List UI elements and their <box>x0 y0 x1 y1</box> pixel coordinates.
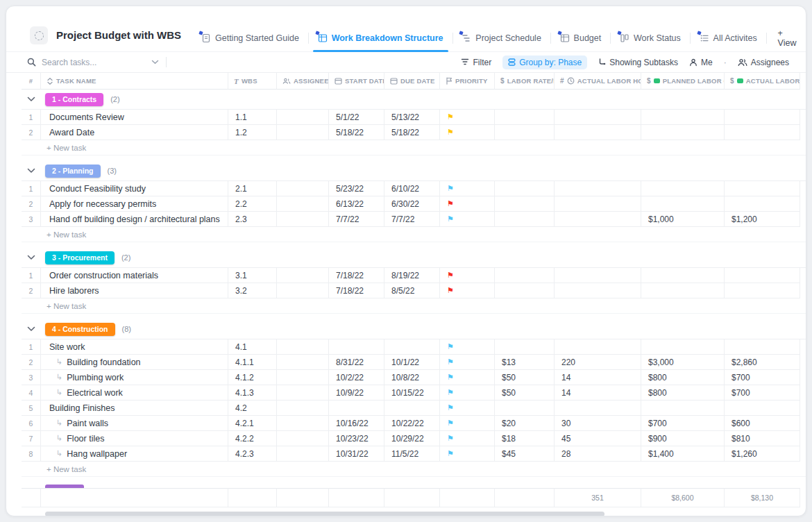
col-planned-labor-cost[interactable]: $PLANNED LABOR CO... <box>641 73 725 90</box>
subtasks-toggle[interactable]: Showing Subtasks <box>598 58 678 67</box>
cell-task-name[interactable]: ↳Paint walls <box>41 416 228 431</box>
cell-actual-labor-cost[interactable] <box>725 110 800 125</box>
cell-actual-labor-cost[interactable]: $1,200 <box>725 212 800 227</box>
table-row[interactable]: 5Building Finishes4.2⚑ <box>22 401 800 416</box>
cell-assignee[interactable] <box>277 212 329 227</box>
cell-actual-labor-hours[interactable]: 14 <box>555 385 641 401</box>
chevron-down-icon[interactable] <box>27 168 35 174</box>
cell-start-date[interactable]: 6/13/22 <box>329 196 384 212</box>
cell-assignee[interactable] <box>277 355 329 370</box>
cell-due-date[interactable]: 11/5/22 <box>384 446 440 462</box>
cell-due-date[interactable]: 8/5/22 <box>384 283 440 298</box>
cell-task-name[interactable]: ↳Plumbing work <box>41 370 228 385</box>
cell-wbs[interactable]: 4.2 <box>228 401 277 416</box>
table-row[interactable]: 2↳Building foundation4.1.18/31/2210/1/22… <box>22 355 800 370</box>
tab-budget[interactable]: Budget <box>551 24 611 51</box>
cell-task-name[interactable]: Building Finishes <box>41 401 228 416</box>
cell-priority[interactable]: ⚑ <box>440 212 495 227</box>
table-row[interactable]: 7↳Floor tiles4.2.210/23/2210/29/22⚑$1845… <box>22 431 800 446</box>
table-row[interactable]: 1Order construction materials3.17/18/228… <box>22 268 800 283</box>
cell-task-name[interactable]: ↳Floor tiles <box>41 431 228 446</box>
group-phase-badge[interactable]: 1 - Contracts <box>45 93 103 106</box>
cell-labor-rate[interactable] <box>495 196 555 212</box>
cell-actual-labor-cost[interactable] <box>725 283 800 298</box>
cell-labor-rate[interactable]: $13 <box>495 355 555 370</box>
cell-actual-labor-hours[interactable] <box>555 196 641 212</box>
new-task-button[interactable]: + New task <box>22 462 806 477</box>
cell-planned-labor-cost[interactable] <box>641 283 725 298</box>
cell-wbs[interactable]: 4.1 <box>228 339 277 355</box>
cell-planned-labor-cost[interactable] <box>641 339 725 355</box>
cell-actual-labor-hours[interactable] <box>555 212 641 227</box>
cell-actual-labor-hours[interactable]: 28 <box>555 446 641 462</box>
table-row[interactable]: 8↳Hang wallpaper4.2.310/31/2211/5/22⚑$45… <box>22 446 800 462</box>
cell-planned-labor-cost[interactable]: $1,000 <box>641 212 725 227</box>
cell-task-name[interactable]: ↳Electrical work <box>41 385 228 401</box>
cell-due-date[interactable]: 10/8/22 <box>384 370 440 385</box>
table-row[interactable]: 6↳Paint walls4.2.110/16/2210/22/22⚑$2030… <box>22 416 800 431</box>
cell-priority[interactable]: ⚑ <box>440 268 495 283</box>
cell-due-date[interactable]: 10/15/22 <box>384 385 440 401</box>
tab-getting-started-guide[interactable]: Getting Started Guide <box>192 24 308 51</box>
horizontal-scrollbar[interactable] <box>45 512 604 516</box>
cell-actual-labor-hours[interactable]: 220 <box>555 355 641 370</box>
cell-actual-labor-hours[interactable] <box>555 181 641 196</box>
col-priority[interactable]: PRIORITY <box>440 73 495 90</box>
cell-wbs[interactable]: 1.1 <box>228 110 277 125</box>
cell-actual-labor-hours[interactable] <box>555 283 641 298</box>
cell-wbs[interactable]: 2.3 <box>228 212 277 227</box>
col-wbs[interactable]: TWBS <box>228 73 277 90</box>
cell-due-date[interactable]: 10/22/22 <box>384 416 440 431</box>
cell-assignee[interactable] <box>277 268 329 283</box>
cell-actual-labor-hours[interactable] <box>555 268 641 283</box>
cell-start-date[interactable] <box>329 401 384 416</box>
cell-planned-labor-cost[interactable] <box>641 268 725 283</box>
cell-planned-labor-cost[interactable] <box>641 110 725 125</box>
cell-start-date[interactable]: 7/7/22 <box>329 212 384 227</box>
group-phase-badge[interactable]: 3 - Procurement <box>45 251 115 264</box>
tab-work-status[interactable]: Work Status <box>611 24 690 51</box>
cell-wbs[interactable]: 4.1.3 <box>228 385 277 401</box>
cell-task-name[interactable]: Hand off building design / architectural… <box>41 212 228 227</box>
table-row[interactable]: 2Award Date1.25/18/225/18/22⚑ <box>22 125 800 140</box>
cell-assignee[interactable] <box>277 401 329 416</box>
cell-wbs[interactable]: 3.1 <box>228 268 277 283</box>
cell-assignee[interactable] <box>277 416 329 431</box>
cell-actual-labor-cost[interactable] <box>725 268 800 283</box>
cell-task-name[interactable]: ↳Building foundation <box>41 355 228 370</box>
cell-actual-labor-hours[interactable] <box>555 339 641 355</box>
cell-assignee[interactable] <box>277 339 329 355</box>
cell-assignee[interactable] <box>277 196 329 212</box>
cell-start-date[interactable]: 10/23/22 <box>329 431 384 446</box>
cell-labor-rate[interactable] <box>495 339 555 355</box>
cell-start-date[interactable]: 10/16/22 <box>329 416 384 431</box>
assignees-button[interactable]: Assignees <box>738 58 789 67</box>
cell-labor-rate[interactable]: $18 <box>495 431 555 446</box>
table-row[interactable]: 2Apply for necessary permits2.26/13/226/… <box>22 196 800 212</box>
cell-task-name[interactable]: ↳Hang wallpaper <box>41 446 228 462</box>
cell-priority[interactable]: ⚑ <box>440 339 495 355</box>
group-phase-badge[interactable]: 4 - Construction <box>45 323 115 336</box>
cell-assignee[interactable] <box>277 181 329 196</box>
cell-labor-rate[interactable] <box>495 401 555 416</box>
tab-work-breakdown-structure[interactable]: Work Breakdown Structure <box>309 24 452 51</box>
cell-priority[interactable]: ⚑ <box>440 431 495 446</box>
filter-button[interactable]: Filter <box>461 58 491 67</box>
cell-planned-labor-cost[interactable] <box>641 196 725 212</box>
cell-priority[interactable]: ⚑ <box>440 283 495 298</box>
table-row[interactable]: 1Conduct Feasibility study2.15/23/226/10… <box>22 181 800 196</box>
cell-planned-labor-cost[interactable]: $800 <box>641 385 725 401</box>
chevron-down-icon[interactable] <box>27 96 35 102</box>
cell-priority[interactable]: ⚑ <box>440 181 495 196</box>
cell-planned-labor-cost[interactable]: $700 <box>641 416 725 431</box>
cell-labor-rate[interactable]: $50 <box>495 370 555 385</box>
col-assignee[interactable]: ASSIGNEE <box>277 73 329 90</box>
cell-assignee[interactable] <box>277 446 329 462</box>
cell-start-date[interactable]: 5/23/22 <box>329 181 384 196</box>
cell-planned-labor-cost[interactable]: $3,000 <box>641 355 725 370</box>
cell-labor-rate[interactable] <box>495 283 555 298</box>
cell-labor-rate[interactable]: $45 <box>495 446 555 462</box>
cell-assignee[interactable] <box>277 431 329 446</box>
col-actual-labor-hours[interactable]: # ACTUAL LABOR HOURS <box>555 73 641 90</box>
new-task-button[interactable]: + New task <box>22 298 806 314</box>
